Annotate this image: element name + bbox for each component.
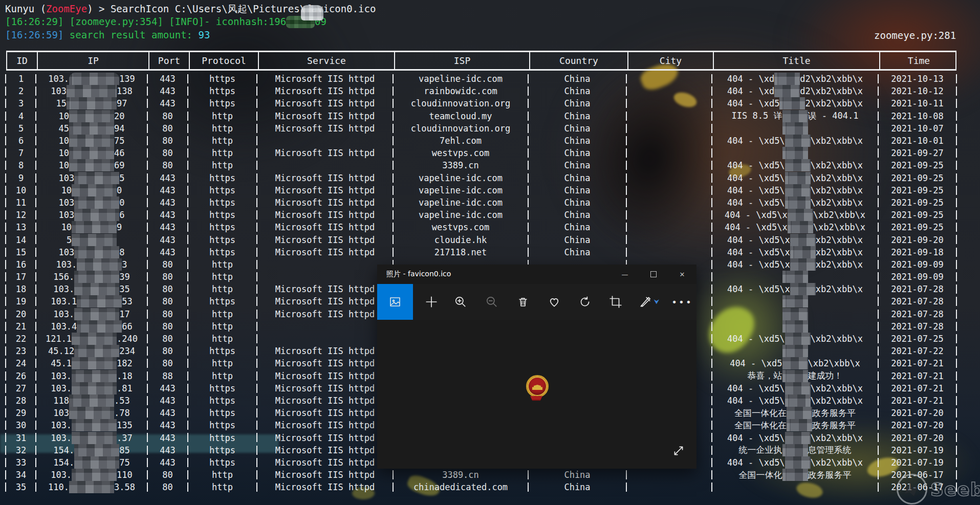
- cell-city: [626, 147, 712, 159]
- cell-service: Microsoft IIS httpd: [257, 209, 393, 221]
- title-suffix: \xb2\xbb\x: [808, 358, 860, 368]
- add-button[interactable]: [420, 284, 443, 320]
- close-button[interactable]: ✕: [668, 265, 696, 284]
- crop-icon: [609, 295, 622, 309]
- cell-ip: 1036: [36, 209, 147, 221]
- table-row: 8106980http3389.cnChina404 - \xd5\\xb2\x…: [6, 159, 956, 171]
- title-prefix: 404 - \xd5\: [727, 383, 785, 393]
- cell-protocol: https: [188, 295, 257, 308]
- cell-country: China: [528, 110, 626, 122]
- cell-ip: 121.1.240: [36, 333, 147, 345]
- cell-service: Microsoft IIS httpd: [257, 147, 393, 159]
- title-prefix: IIS 8.5 详: [732, 110, 782, 122]
- edit-dropdown-button[interactable]: ⮟: [650, 284, 663, 320]
- title-suffix: 误 - 404.1: [808, 110, 859, 122]
- table-row: 5459480httpMicrosoft IIS httpdcloudinnov…: [6, 122, 956, 135]
- cell-ip: 103..18: [36, 370, 147, 382]
- ip-suffix: .240: [117, 334, 138, 344]
- cell-title: 404 - \xd52\xb2\xbb\x: [712, 97, 878, 109]
- cell-id: 32: [6, 444, 36, 456]
- fullscreen-button[interactable]: [672, 444, 685, 459]
- redaction-mosaic-ip: [72, 432, 117, 444]
- cell-service: [257, 135, 393, 147]
- redaction-mosaic-title: [782, 320, 808, 333]
- cell-id: 30: [6, 419, 36, 431]
- redaction-mosaic-title: [788, 221, 813, 233]
- crop-button[interactable]: [604, 284, 627, 320]
- more-button[interactable]: •••: [671, 284, 693, 320]
- redaction-mosaic-title: [788, 209, 813, 221]
- cell-ip: 154.75: [36, 456, 147, 469]
- ip-prefix: 103.: [56, 259, 77, 270]
- ip-prefix: 45: [59, 123, 69, 134]
- ip-suffix: 75: [119, 457, 129, 468]
- cell-service: [257, 159, 393, 171]
- ip-prefix: 118: [53, 396, 69, 406]
- cell-country: China: [528, 209, 626, 221]
- zoom-out-icon: [485, 295, 498, 309]
- emblem-ribbon: [530, 396, 542, 401]
- ip-suffix: .18: [117, 371, 133, 381]
- table-row: 151038443httpsMicrosoft IIS httpd217118.…: [6, 246, 956, 258]
- photos-titlebar[interactable]: 照片 - favicon0.ico — ✕: [377, 265, 696, 284]
- zoom-in-button[interactable]: [449, 284, 472, 320]
- cell-service: Microsoft IIS httpd: [257, 110, 393, 122]
- cell-protocol: https: [188, 184, 257, 196]
- ip-suffix: 35: [119, 284, 129, 294]
- cell-service: Microsoft IIS httpd: [257, 444, 393, 456]
- cell-isp: vapeline-idc.com: [393, 172, 528, 184]
- cell-isp: vapeline-idc.com: [393, 196, 528, 209]
- cell-ip: 1035: [36, 172, 147, 184]
- delete-button[interactable]: [512, 284, 534, 320]
- cell-service: [257, 271, 393, 283]
- cell-ip: 1038: [36, 246, 147, 258]
- redaction-mosaic-ip: [74, 271, 119, 283]
- header-ip: IP: [37, 52, 148, 69]
- cell-protocol: https: [188, 221, 257, 233]
- ip-prefix: 103.: [51, 383, 72, 393]
- cell-country: China: [528, 469, 626, 481]
- redaction-mosaic-ip: [74, 246, 119, 258]
- cell-isp: cloudie.hk: [393, 233, 528, 246]
- cell-time: 2021-07-19: [878, 444, 956, 456]
- cell-ip: 4594: [36, 122, 147, 135]
- view-image-button[interactable]: [377, 284, 413, 320]
- cell-country: China: [528, 122, 626, 135]
- cell-id: 9: [6, 172, 36, 184]
- ip-suffix: 6: [119, 210, 124, 220]
- minimize-button[interactable]: —: [611, 265, 639, 284]
- header-port: Port: [148, 52, 189, 69]
- redaction-mosaic-ip: [72, 234, 117, 246]
- favorite-button[interactable]: [543, 284, 565, 320]
- cell-city: [626, 196, 712, 209]
- title-prefix: 404 - \xd5\: [727, 136, 785, 146]
- redaction-mosaic-ip: [77, 320, 122, 333]
- title-prefix: 404 - \xd5\x: [727, 247, 790, 257]
- cell-country: China: [528, 97, 626, 109]
- cell-id: 7: [6, 147, 36, 159]
- redaction-mosaic-title: [774, 73, 800, 85]
- zoom-out-button[interactable]: [481, 284, 503, 320]
- title-suffix: 2\xb2\xbb\x: [805, 98, 863, 108]
- title-suffix: 政务服务平: [808, 469, 852, 481]
- redaction-mosaic-title: [790, 283, 816, 295]
- cell-title: 全国一体化在政务服务平: [712, 407, 878, 419]
- cell-port: 443: [147, 246, 188, 258]
- rotate-button[interactable]: [574, 284, 596, 320]
- title-suffix: \xb2\xbb\x: [811, 433, 863, 443]
- cell-title: 全国一体化在政务服务平: [712, 419, 878, 431]
- ip-prefix: 110.: [48, 482, 69, 492]
- maximize-button[interactable]: [639, 265, 668, 284]
- ip-prefix: 154.: [53, 457, 74, 468]
- cell-service: Microsoft IIS httpd: [257, 345, 393, 357]
- cell-port: 443: [147, 85, 188, 97]
- cell-city: [626, 97, 712, 109]
- cell-port: 443: [147, 394, 188, 407]
- title-prefix: 404 - \xd5\x: [727, 235, 790, 245]
- table-row: 145443httpsMicrosoft IIS httpdcloudie.hk…: [6, 233, 956, 246]
- title-prefix: 404 - \xd: [727, 74, 774, 84]
- seebug-logo-icon: [897, 474, 927, 504]
- cell-title: 404 - \xd5\xb2\xbb\x: [712, 357, 878, 369]
- cell-ip: 103.139: [36, 73, 147, 85]
- redaction-mosaic-title: [785, 135, 811, 147]
